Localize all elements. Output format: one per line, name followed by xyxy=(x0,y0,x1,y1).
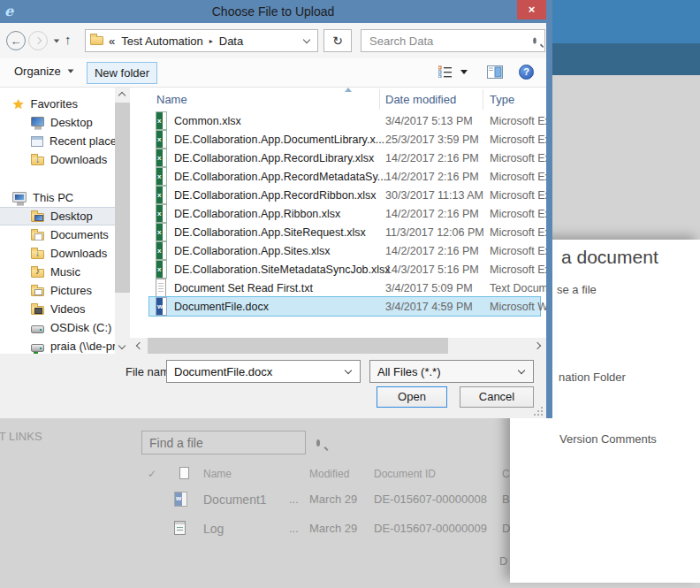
help-button[interactable]: ? xyxy=(519,65,534,80)
file-row[interactable]: xDE.Collaboration.App.Sites.xlsx14/2/201… xyxy=(149,241,540,260)
find-a-file-searchbox[interactable] xyxy=(141,431,306,454)
sidebar-group-label: This PC xyxy=(33,191,73,204)
sidebar-item-downloads[interactable]: Downloads xyxy=(0,150,115,169)
change-view-button[interactable] xyxy=(438,65,468,78)
organize-label: Organize xyxy=(14,65,61,78)
file-name: DE.Collaboration.App.Sites.xlsx xyxy=(174,241,330,260)
breadcrumb-data[interactable]: Data xyxy=(219,34,243,48)
file-row[interactable]: xDE.Collaboration.SiteMetadataSyncJob.xl… xyxy=(149,260,540,279)
sidebar-item-documents[interactable]: Documents xyxy=(0,225,115,244)
bg-partial-text: D xyxy=(499,554,510,568)
organize-menu[interactable]: Organize xyxy=(14,65,74,78)
scroll-right-icon[interactable] xyxy=(534,342,541,349)
file-row[interactable]: xDE.Collaboration.App.SiteRequest.xlsx11… xyxy=(149,223,540,241)
chevron-down-icon xyxy=(67,69,73,73)
file-row[interactable]: xDE.Collaboration.App.RecordLibrary.xlsx… xyxy=(149,149,540,167)
file-type: Microsoft W xyxy=(490,297,546,316)
sidebar-item-label: Pictures xyxy=(50,284,92,297)
select-dropdown-icon[interactable] xyxy=(518,366,525,373)
bg-check-header-icon: ✓ xyxy=(148,468,156,480)
file-row[interactable]: xDE.Collaboration.App.DocumentLibrary.x.… xyxy=(149,130,540,149)
sidebar-item-recent-places[interactable]: Recent places xyxy=(0,132,115,150)
bg-table-row[interactable]: Log...March 29DE-015607-00000009D xyxy=(0,518,510,541)
column-name[interactable]: Name xyxy=(156,93,187,106)
sidebar-item-pictures[interactable]: Pictures xyxy=(0,281,115,300)
sidebar-item-downloads[interactable]: Downloads xyxy=(0,244,115,263)
search-input[interactable] xyxy=(361,34,533,48)
dialog-titlebar[interactable]: e Choose File to Upload × xyxy=(0,0,546,23)
forward-button[interactable] xyxy=(28,31,48,50)
bg-extra-header: C xyxy=(502,468,510,480)
sidebar-item-osdisk-c-[interactable]: OSDisk (C:) xyxy=(0,318,115,337)
file-row[interactable]: xDE.Collaboration.App.RecordMetadataSy..… xyxy=(149,167,540,186)
sidebar-item-desktop[interactable]: Desktop xyxy=(0,113,115,132)
column-type[interactable]: Type xyxy=(490,93,514,106)
sidebar-item-praia-de-prod-[interactable]: praia (\\de-prod. xyxy=(0,337,115,354)
breadcrumb-test-automation[interactable]: Test Automation xyxy=(121,34,203,48)
refresh-button[interactable]: ↻ xyxy=(323,29,352,52)
find-a-file-input[interactable] xyxy=(142,436,316,450)
file-type-select[interactable]: All Files (*.*) xyxy=(369,360,534,383)
bg-doc-ellipsis: ... xyxy=(289,493,299,506)
file-date-modified: 25/3/2017 3:59 PM xyxy=(385,130,479,149)
file-row[interactable]: wDocumentFile.docx3/4/2017 4:59 PMMicros… xyxy=(149,297,540,316)
address-bar[interactable]: « Test Automation ▸ Data xyxy=(85,29,318,52)
horizontal-scrollbar[interactable] xyxy=(130,338,546,354)
scroll-down-icon[interactable] xyxy=(118,342,126,349)
sidebar-scrollbar-thumb[interactable] xyxy=(115,103,130,293)
breadcrumb-separator-icon: ▸ xyxy=(209,37,213,45)
resize-grip[interactable] xyxy=(534,407,543,416)
file-row[interactable]: xCommon.xlsx3/4/2017 5:13 PMMicrosoft Ex xyxy=(149,111,540,130)
search-icon xyxy=(316,439,320,447)
sidebar-group-this-pc[interactable]: This PC xyxy=(0,188,115,207)
close-button[interactable]: × xyxy=(517,0,546,19)
column-divider[interactable] xyxy=(483,89,483,110)
address-dropdown-icon[interactable] xyxy=(303,35,310,42)
sidebar-group-favorites[interactable]: ★Favorites xyxy=(0,95,115,113)
file-row[interactable]: xDE.Collaboration.App.RecordRibbon.xlsx3… xyxy=(149,186,540,204)
new-folder-button[interactable]: New folder xyxy=(87,62,157,84)
bg-docid-header: Document ID xyxy=(374,468,436,480)
folder-pic-icon xyxy=(31,287,44,296)
monitor-icon xyxy=(31,117,44,126)
sidebar-scrollbar[interactable] xyxy=(115,88,130,354)
folder-down-icon xyxy=(31,157,44,165)
bg-name-header: Name xyxy=(203,468,232,480)
excel-icon: x xyxy=(156,167,167,186)
file-row[interactable]: xDE.Collaboration.App.Ribbon.xlsx14/2/20… xyxy=(149,204,540,223)
column-divider[interactable] xyxy=(379,89,380,110)
back-button[interactable]: ← xyxy=(6,31,26,50)
excel-icon: x xyxy=(156,149,167,167)
file-row[interactable]: Document Set Read First.txt3/4/2017 5:09… xyxy=(149,279,540,297)
column-date-modified[interactable]: Date modified xyxy=(385,93,456,106)
sidebar-item-music[interactable]: Music xyxy=(0,263,115,281)
file-type: Microsoft Ex xyxy=(490,223,546,241)
sidebar-item-label: Videos xyxy=(50,302,86,316)
search-box[interactable] xyxy=(361,29,545,52)
up-button[interactable]: ↑ xyxy=(65,32,72,47)
scroll-up-icon[interactable] xyxy=(118,92,126,99)
history-dropdown-icon[interactable] xyxy=(54,40,59,43)
bg-table-row[interactable]: wDocument1...March 29DE-015607-00000008B xyxy=(0,489,510,512)
dialog-footer: File name: All Files (*.*) Open Cancel xyxy=(0,354,546,418)
file-name: DE.Collaboration.App.RecordLibrary.xlsx xyxy=(174,149,374,167)
sidebar-item-videos[interactable]: Videos xyxy=(0,300,115,318)
breadcrumb-prefix: « xyxy=(109,34,115,48)
combo-dropdown-icon[interactable] xyxy=(345,366,352,373)
search-icon xyxy=(533,37,536,43)
file-name: DE.Collaboration.App.Ribbon.xlsx xyxy=(174,204,340,223)
preview-pane-button[interactable] xyxy=(487,65,503,79)
scroll-left-icon[interactable] xyxy=(136,342,143,349)
open-button[interactable]: Open xyxy=(377,386,447,408)
file-name: Common.xlsx xyxy=(174,111,241,130)
file-name-combobox[interactable] xyxy=(166,360,361,383)
file-name-input[interactable] xyxy=(167,365,346,378)
file-type: Microsoft Ex xyxy=(490,204,546,223)
folder-doc-icon xyxy=(31,232,44,241)
horizontal-scrollbar-thumb[interactable] xyxy=(148,338,448,354)
sidebar-item-desktop[interactable]: Desktop xyxy=(0,207,115,225)
file-rows: xCommon.xlsx3/4/2017 5:13 PMMicrosoft Ex… xyxy=(130,111,546,316)
list-header: Name Date modified Type xyxy=(130,88,546,111)
file-type: Microsoft Ex xyxy=(490,111,546,130)
cancel-button[interactable]: Cancel xyxy=(460,386,534,408)
